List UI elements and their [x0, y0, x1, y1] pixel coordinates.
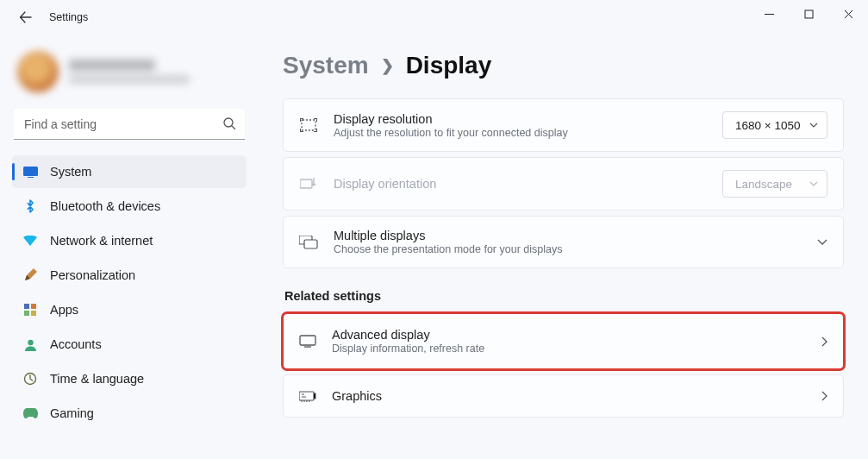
- gaming-icon: [22, 408, 38, 418]
- card-desc: Adjust the resolution to fit your connec…: [334, 127, 707, 139]
- card-text: Graphics: [332, 389, 806, 403]
- chevron-right-icon: [821, 336, 827, 347]
- close-button[interactable]: [828, 0, 868, 28]
- svg-rect-5: [31, 304, 36, 309]
- avatar: [17, 51, 59, 92]
- sidebar-item-label: Network & internet: [50, 234, 153, 248]
- svg-rect-15: [299, 392, 314, 400]
- sidebar-item-label: Accounts: [50, 337, 102, 351]
- profile-block[interactable]: [17, 50, 241, 93]
- card-title: Display orientation: [334, 177, 707, 191]
- sidebar-item-network[interactable]: Network & internet: [12, 224, 247, 257]
- accounts-icon: [22, 338, 38, 351]
- related-settings-heading: Related settings: [284, 289, 844, 303]
- maximize-icon: [804, 9, 814, 19]
- resolution-icon: [299, 118, 318, 132]
- sidebar-item-system[interactable]: System: [12, 155, 247, 188]
- graphics-icon: [299, 390, 316, 403]
- profile-text: [69, 60, 190, 84]
- expand-icon[interactable]: [817, 239, 827, 245]
- card-text: Display orientation: [334, 177, 707, 191]
- minimize-button[interactable]: [749, 0, 789, 28]
- network-icon: [22, 236, 38, 246]
- multiple-displays-icon: [299, 236, 318, 249]
- chevron-down-icon: [809, 123, 818, 128]
- minimize-icon: [765, 9, 774, 19]
- card-text: Multiple displays Choose the presentatio…: [334, 229, 802, 255]
- sidebar: System Bluetooth & devices Network & int…: [0, 35, 259, 459]
- svg-point-8: [28, 339, 33, 344]
- sidebar-nav: System Bluetooth & devices Network & int…: [12, 155, 247, 430]
- arrow-left-icon: [19, 10, 33, 24]
- window-controls: [749, 0, 868, 28]
- svg-rect-7: [31, 311, 36, 316]
- sidebar-item-label: Time & language: [50, 372, 144, 386]
- card-title: Advanced display: [332, 328, 806, 342]
- advanced-display-icon: [299, 335, 316, 348]
- window-title: Settings: [49, 11, 88, 23]
- breadcrumb-parent[interactable]: System: [283, 52, 369, 79]
- dropdown-value: 1680 × 1050: [735, 119, 800, 132]
- back-button[interactable]: [13, 4, 39, 30]
- card-advanced-display[interactable]: Advanced display Display information, re…: [283, 313, 844, 369]
- chevron-down-icon: [809, 181, 818, 186]
- card-title: Display resolution: [334, 112, 707, 126]
- dropdown-value: Landscape: [735, 178, 792, 191]
- sidebar-item-bluetooth[interactable]: Bluetooth & devices: [12, 190, 247, 223]
- card-graphics[interactable]: Graphics: [283, 374, 844, 418]
- bluetooth-icon: [22, 199, 38, 213]
- svg-rect-3: [28, 177, 34, 178]
- search-input[interactable]: [14, 109, 245, 140]
- card-display-orientation: Display orientation Landscape: [283, 157, 844, 211]
- svg-rect-14: [300, 336, 315, 345]
- orientation-icon: [299, 177, 318, 191]
- sidebar-item-label: Bluetooth & devices: [50, 199, 160, 213]
- search-icon: [222, 116, 236, 130]
- card-desc: Display information, refresh rate: [332, 343, 806, 355]
- maximize-button[interactable]: [789, 0, 828, 28]
- sidebar-item-label: Apps: [50, 303, 78, 317]
- resolution-dropdown[interactable]: 1680 × 1050: [722, 111, 827, 139]
- sidebar-item-label: System: [50, 165, 91, 179]
- breadcrumb: System ❯ Display: [283, 52, 844, 79]
- chevron-right-icon: [821, 391, 827, 401]
- personalization-icon: [22, 268, 38, 282]
- orientation-dropdown: Landscape: [722, 170, 827, 198]
- card-desc: Choose the presentation mode for your di…: [334, 243, 802, 255]
- svg-point-1: [224, 118, 233, 127]
- svg-rect-0: [805, 10, 813, 18]
- card-text: Display resolution Adjust the resolution…: [334, 112, 707, 139]
- time-language-icon: [22, 372, 38, 386]
- card-title: Graphics: [332, 389, 806, 403]
- chevron-right-icon: ❯: [381, 56, 394, 75]
- card-display-resolution[interactable]: Display resolution Adjust the resolution…: [283, 98, 844, 152]
- card-multiple-displays[interactable]: Multiple displays Choose the presentatio…: [283, 216, 844, 268]
- svg-rect-11: [300, 179, 312, 188]
- sidebar-item-personalization[interactable]: Personalization: [12, 259, 247, 292]
- main-content: System ❯ Display Display resolution Adju…: [259, 35, 868, 459]
- svg-rect-13: [304, 240, 317, 248]
- titlebar: Settings: [0, 0, 868, 35]
- svg-rect-6: [24, 311, 29, 316]
- search-box[interactable]: [14, 109, 245, 140]
- sidebar-item-time-language[interactable]: Time & language: [12, 362, 247, 395]
- breadcrumb-current: Display: [406, 52, 492, 79]
- sidebar-item-label: Gaming: [50, 406, 94, 420]
- card-title: Multiple displays: [334, 229, 802, 242]
- svg-rect-2: [23, 167, 38, 176]
- svg-rect-4: [24, 304, 29, 309]
- sidebar-item-apps[interactable]: Apps: [12, 293, 247, 326]
- sidebar-item-accounts[interactable]: Accounts: [12, 328, 247, 361]
- apps-icon: [22, 304, 38, 317]
- close-icon: [844, 9, 853, 19]
- svg-rect-10: [302, 120, 315, 130]
- sidebar-item-label: Personalization: [50, 268, 135, 282]
- card-text: Advanced display Display information, re…: [332, 328, 806, 355]
- sidebar-item-gaming[interactable]: Gaming: [12, 397, 247, 430]
- system-icon: [22, 167, 38, 178]
